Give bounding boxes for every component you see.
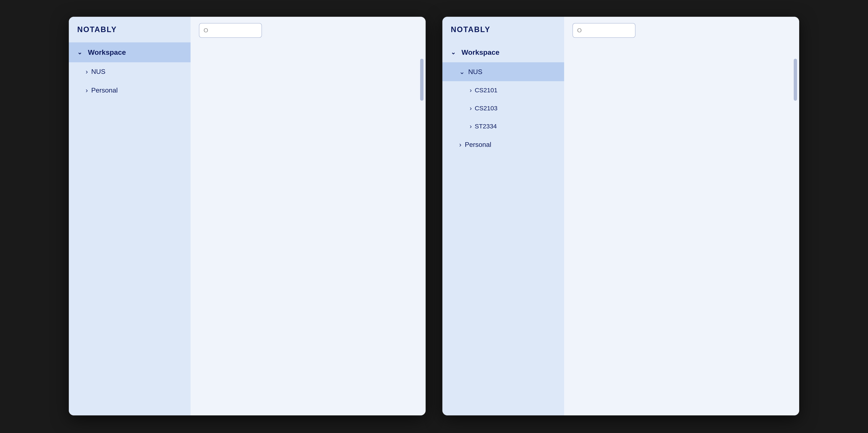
left-screen-shadow: NOTABLY ⌄ Workspace › NUS › Personal bbox=[69, 17, 426, 415]
right-main-content: O bbox=[564, 17, 799, 415]
right-search-text: O bbox=[577, 27, 582, 34]
right-cs2103-label: CS2103 bbox=[475, 105, 497, 112]
left-workspace-label: Workspace bbox=[88, 48, 126, 57]
right-nav-personal[interactable]: › Personal bbox=[442, 135, 564, 154]
right-top-bar: O bbox=[564, 17, 799, 44]
screens-container: NOTABLY ⌄ Workspace › NUS › Personal bbox=[0, 0, 868, 433]
right-personal-chevron-right-icon: › bbox=[459, 141, 462, 148]
right-workspace-label: Workspace bbox=[462, 48, 499, 57]
right-screen-shadow: NOTABLY ⌄ Workspace ⌄ NUS › CS2101 bbox=[442, 17, 799, 415]
right-nav-nus[interactable]: ⌄ NUS bbox=[442, 62, 564, 81]
right-sidebar: NOTABLY ⌄ Workspace ⌄ NUS › CS2101 bbox=[442, 17, 564, 415]
left-nav-personal[interactable]: › Personal bbox=[69, 81, 191, 100]
left-logo: NOTABLY bbox=[69, 25, 191, 42]
right-nav-workspace[interactable]: ⌄ Workspace bbox=[442, 42, 564, 62]
left-nav-nus[interactable]: › NUS bbox=[69, 62, 191, 81]
left-app-layout: NOTABLY ⌄ Workspace › NUS › Personal bbox=[69, 17, 426, 415]
left-sidebar: NOTABLY ⌄ Workspace › NUS › Personal bbox=[69, 17, 191, 415]
left-screen: NOTABLY ⌄ Workspace › NUS › Personal bbox=[69, 17, 426, 415]
right-logo: NOTABLY bbox=[442, 25, 564, 42]
left-main-content: O bbox=[191, 17, 426, 415]
right-nus-chevron-down-icon: ⌄ bbox=[459, 68, 465, 76]
personal-chevron-right-icon: › bbox=[86, 87, 88, 94]
left-nus-label: NUS bbox=[91, 68, 105, 75]
left-top-bar: O bbox=[191, 17, 426, 44]
left-personal-label: Personal bbox=[91, 87, 118, 94]
right-scrollbar-thumb[interactable] bbox=[794, 59, 797, 101]
cs2101-chevron-right-icon: › bbox=[470, 87, 472, 94]
nus-chevron-right-icon: › bbox=[86, 68, 88, 75]
left-nav-workspace[interactable]: ⌄ Workspace bbox=[69, 42, 191, 62]
left-search-bar[interactable]: O bbox=[199, 23, 262, 38]
st2334-chevron-right-icon: › bbox=[470, 123, 472, 130]
cs2103-chevron-right-icon: › bbox=[470, 105, 472, 112]
workspace-chevron-down-icon: ⌄ bbox=[77, 49, 82, 56]
right-screen: NOTABLY ⌄ Workspace ⌄ NUS › CS2101 bbox=[442, 17, 799, 415]
right-app-layout: NOTABLY ⌄ Workspace ⌄ NUS › CS2101 bbox=[442, 17, 799, 415]
left-search-text: O bbox=[204, 27, 208, 34]
right-nus-label: NUS bbox=[468, 68, 483, 76]
right-nav-st2334[interactable]: › ST2334 bbox=[442, 117, 564, 135]
right-search-bar[interactable]: O bbox=[572, 23, 636, 38]
right-workspace-chevron-down-icon: ⌄ bbox=[451, 49, 456, 56]
left-scrollbar-thumb[interactable] bbox=[420, 59, 424, 101]
right-personal-label: Personal bbox=[465, 141, 491, 148]
right-nav-cs2101[interactable]: › CS2101 bbox=[442, 81, 564, 99]
right-st2334-label: ST2334 bbox=[475, 123, 497, 130]
right-nav-cs2103[interactable]: › CS2103 bbox=[442, 99, 564, 117]
right-cs2101-label: CS2101 bbox=[475, 87, 497, 94]
